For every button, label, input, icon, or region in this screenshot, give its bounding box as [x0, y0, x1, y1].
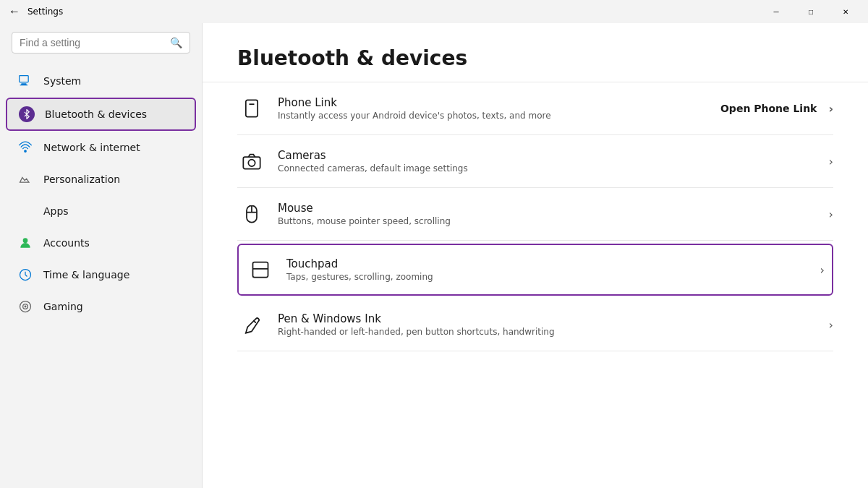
sidebar-label-network: Network & internet	[43, 142, 140, 153]
titlebar-title: Settings	[27, 7, 63, 17]
settings-item-touchpad[interactable]: Touchpad Taps, gestures, scrolling, zoom…	[237, 244, 833, 296]
search-icon: 🔍	[170, 37, 182, 48]
time-icon	[17, 267, 33, 283]
maximize-button[interactable]: □	[794, 0, 827, 23]
phone-link-title: Phone Link	[278, 96, 720, 109]
svg-point-8	[25, 306, 26, 307]
sidebar-label-apps: Apps	[43, 205, 69, 217]
svg-rect-2	[20, 85, 28, 85]
gaming-icon	[17, 299, 33, 314]
search-box[interactable]: 🔍	[12, 32, 190, 53]
touchpad-title: Touchpad	[286, 257, 814, 270]
sidebar-label-bluetooth: Bluetooth & devices	[45, 108, 147, 120]
sidebar-label-accounts: Accounts	[43, 237, 90, 249]
app-body: 🔍 System Bluetooth & devices	[0, 23, 868, 488]
mouse-chevron: ›	[829, 207, 833, 221]
touchpad-text: Touchpad Taps, gestures, scrolling, zoom…	[286, 257, 814, 282]
settings-item-mouse[interactable]: Mouse Buttons, mouse pointer speed, scro…	[237, 188, 833, 241]
accounts-icon	[17, 235, 33, 251]
titlebar: ← Settings ─ □ ✕	[0, 0, 868, 23]
personalization-icon	[17, 171, 33, 187]
svg-point-12	[248, 160, 255, 166]
sidebar-label-system: System	[43, 75, 81, 87]
system-icon	[17, 73, 33, 89]
cameras-desc: Connected cameras, default image setting…	[278, 163, 823, 174]
touchpad-icon	[246, 255, 275, 284]
cameras-icon	[237, 147, 266, 176]
sidebar-item-system[interactable]: System	[6, 66, 196, 96]
mouse-icon	[237, 200, 266, 228]
svg-point-3	[25, 150, 27, 153]
bluetooth-icon	[19, 106, 35, 122]
svg-point-4	[23, 238, 28, 243]
minimize-button[interactable]: ─	[760, 0, 793, 23]
sidebar-item-personalization[interactable]: Personalization	[6, 164, 196, 194]
pen-ink-icon	[237, 310, 266, 339]
close-button[interactable]: ✕	[829, 0, 862, 23]
sidebar-label-gaming: Gaming	[43, 301, 83, 312]
mouse-text: Mouse Buttons, mouse pointer speed, scro…	[278, 202, 823, 226]
pen-ink-text: Pen & Windows Ink Right-handed or left-h…	[278, 312, 823, 337]
settings-item-phone-link[interactable]: Phone Link Instantly access your Android…	[237, 82, 833, 135]
sidebar-item-network[interactable]: Network & internet	[6, 132, 196, 163]
pen-ink-chevron: ›	[829, 318, 833, 332]
cameras-chevron: ›	[829, 155, 833, 168]
settings-item-pen-ink[interactable]: Pen & Windows Ink Right-handed or left-h…	[237, 299, 833, 351]
network-icon	[17, 140, 33, 155]
cameras-text: Cameras Connected cameras, default image…	[278, 149, 823, 174]
touchpad-chevron: ›	[820, 263, 825, 277]
phone-link-action[interactable]: Open Phone Link ›	[720, 102, 833, 116]
phone-link-chevron: ›	[828, 102, 833, 116]
titlebar-left: ← Settings	[9, 5, 63, 18]
mouse-title: Mouse	[278, 202, 823, 215]
sidebar-label-personalization: Personalization	[43, 174, 120, 185]
touchpad-desc: Taps, gestures, scrolling, zooming	[286, 272, 814, 282]
sidebar-item-accounts[interactable]: Accounts	[6, 228, 196, 258]
svg-rect-1	[21, 83, 27, 85]
settings-item-cameras[interactable]: Cameras Connected cameras, default image…	[237, 135, 833, 188]
sidebar-item-time[interactable]: Time & language	[6, 260, 196, 290]
phone-link-desc: Instantly access your Android device's p…	[278, 111, 720, 121]
content-header: Bluetooth & devices	[203, 23, 868, 82]
cameras-title: Cameras	[278, 149, 823, 162]
titlebar-controls: ─ □ ✕	[760, 0, 862, 23]
sidebar-label-time: Time & language	[43, 269, 129, 281]
svg-rect-0	[20, 76, 29, 82]
pen-ink-title: Pen & Windows Ink	[278, 312, 823, 325]
settings-list: Phone Link Instantly access your Android…	[203, 82, 868, 351]
phone-link-icon	[237, 94, 266, 123]
svg-rect-15	[253, 262, 268, 278]
apps-icon	[17, 203, 33, 219]
phone-link-text: Phone Link Instantly access your Android…	[278, 96, 720, 121]
svg-rect-9	[246, 100, 258, 116]
pen-ink-desc: Right-handed or left-handed, pen button …	[278, 327, 823, 337]
back-button[interactable]: ←	[9, 5, 20, 18]
phone-link-action-label: Open Phone Link	[720, 103, 817, 114]
search-input[interactable]	[20, 37, 164, 48]
sidebar-item-bluetooth[interactable]: Bluetooth & devices	[6, 98, 196, 131]
mouse-desc: Buttons, mouse pointer speed, scrolling	[278, 216, 823, 226]
content-area: Bluetooth & devices Phone Link Instantly…	[203, 23, 868, 488]
page-title: Bluetooth & devices	[237, 46, 833, 70]
sidebar-item-gaming[interactable]: Gaming	[6, 291, 196, 322]
svg-rect-11	[243, 157, 260, 168]
sidebar-item-apps[interactable]: Apps	[6, 196, 196, 226]
sidebar: 🔍 System Bluetooth & devices	[0, 23, 203, 488]
